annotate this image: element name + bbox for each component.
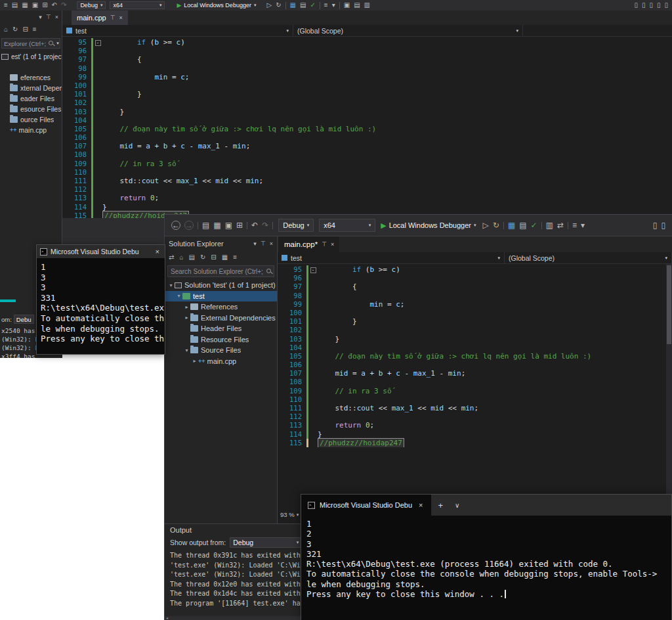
sync-with-active-document-icon[interactable]: ↻ bbox=[200, 254, 205, 261]
tool-window-icon[interactable]: ▤ bbox=[519, 221, 526, 229]
code-editor[interactable]: 95- if (b >= c)9697 {9899 min = c;100101… bbox=[62, 37, 672, 218]
back-icon[interactable]: ← bbox=[171, 221, 180, 230]
save-icon[interactable]: ▣ bbox=[32, 2, 38, 9]
fold-collapse-icon[interactable]: - bbox=[95, 40, 101, 46]
tree-item-eader-files[interactable]: eader Files bbox=[0, 93, 62, 104]
back-forward-icon[interactable]: ⇄ bbox=[169, 254, 174, 261]
zoom-control[interactable]: 93 % ▾ bbox=[280, 511, 299, 518]
collapse-all-icon[interactable]: ⊟ bbox=[22, 26, 28, 33]
window-layout-icon[interactable]: ▥ bbox=[364, 2, 370, 9]
start-debugging-button[interactable]: ▶ Local Windows Debugger ▾ bbox=[177, 2, 256, 9]
tree-item-test[interactable]: ▾test bbox=[165, 291, 277, 302]
expander-icon[interactable]: ▾ bbox=[167, 282, 175, 288]
build-icon[interactable]: ▦ bbox=[290, 2, 296, 9]
scope-dropdown[interactable]: (Global Scope) ▾ bbox=[293, 25, 523, 36]
tree-item-esource-files[interactable]: esource Files bbox=[0, 104, 62, 114]
pin-icon[interactable]: ⊤ bbox=[110, 14, 116, 21]
chevron-down-icon[interactable]: ▾ bbox=[581, 221, 585, 229]
save-all-icon[interactable]: ⊞ bbox=[42, 2, 47, 9]
tree-item-main-cpp[interactable]: ▸++main.cpp bbox=[165, 356, 277, 367]
collapse-all-icon[interactable]: ⊟ bbox=[211, 254, 216, 261]
bookmark-icon[interactable]: ▯ bbox=[634, 2, 638, 9]
save-icon[interactable]: ▣ bbox=[225, 221, 232, 229]
tree-item-external-dependencies[interactable]: ▸External Dependencies bbox=[165, 313, 277, 324]
bookmark-icon[interactable]: ▯ bbox=[649, 2, 653, 9]
show-all-files-icon[interactable]: ▦ bbox=[222, 254, 228, 261]
redo-icon[interactable]: ↷ bbox=[262, 221, 268, 229]
expander-icon[interactable]: ▾ bbox=[175, 293, 182, 299]
vertical-scrollbar[interactable] bbox=[666, 264, 672, 523]
redo-icon[interactable]: ↷ bbox=[61, 2, 66, 9]
output-source-dropdown[interactable]: Debug ▾ bbox=[230, 537, 302, 548]
window-menu-icon[interactable]: ▾ bbox=[253, 240, 257, 247]
hot-reload-icon[interactable]: ↻ bbox=[276, 2, 281, 9]
solution-platforms-dropdown[interactable]: x64 ▾ bbox=[110, 1, 165, 9]
tree-item-ource-files[interactable]: ource Files bbox=[0, 114, 62, 125]
start-without-debugging-icon[interactable]: ▷ bbox=[266, 2, 272, 9]
tree-item-header-files[interactable]: Header Files bbox=[165, 323, 277, 334]
search-input[interactable]: Search Solution Explorer (Ctrl+; ▾ bbox=[167, 265, 274, 277]
tree-item-main-cpp[interactable]: ++main.cpp bbox=[0, 125, 62, 135]
tab-main-cpp-modified[interactable]: main.cpp* ⊤ × bbox=[279, 236, 339, 252]
project-types-dropdown[interactable]: test ▾ bbox=[62, 25, 293, 36]
open-file-icon[interactable]: ▦ bbox=[22, 2, 28, 9]
solution-configurations-dropdown[interactable]: Debug ▾ bbox=[77, 1, 106, 9]
find-icon[interactable]: ▥ bbox=[546, 221, 553, 229]
list-icon[interactable]: ≡ bbox=[324, 2, 328, 9]
new-file-icon[interactable]: ▤ bbox=[202, 221, 209, 229]
properties-icon[interactable]: ≡ bbox=[33, 26, 37, 33]
start-debugging-button[interactable]: ▶ Local Windows Debugger ▾ bbox=[381, 221, 476, 230]
close-icon[interactable]: × bbox=[154, 248, 161, 255]
console-title-bar[interactable]: Microsoft Visual Studio Debu × bbox=[37, 245, 165, 258]
console-tab[interactable]: Microsoft Visual Studio Debu × bbox=[301, 495, 431, 516]
window-layout-icon[interactable]: ▣ bbox=[344, 2, 350, 9]
debug-console-window-small[interactable]: Microsoft Visual Studio Debu × 133331R:\… bbox=[36, 244, 165, 355]
build-icon[interactable]: ▦ bbox=[508, 221, 515, 229]
expander-icon[interactable]: ▸ bbox=[191, 358, 198, 364]
bookmark-icon[interactable]: ▯ bbox=[642, 2, 646, 9]
scroll-left-icon[interactable]: ◂ bbox=[165, 616, 168, 620]
save-all-icon[interactable]: ⊞ bbox=[236, 221, 243, 229]
menu-icon[interactable]: ≡ bbox=[4, 2, 8, 9]
home-icon[interactable]: ⌂ bbox=[4, 26, 8, 33]
open-file-icon[interactable]: ▦ bbox=[213, 221, 220, 229]
undo-icon[interactable]: ↶ bbox=[251, 221, 258, 229]
expander-icon[interactable]: ▸ bbox=[183, 304, 190, 310]
tree-item-eferences[interactable]: eferences bbox=[0, 72, 62, 83]
chevron-down-icon[interactable]: ∨ bbox=[450, 495, 465, 516]
bookmark-icon[interactable]: ▯ bbox=[664, 2, 668, 9]
close-icon[interactable]: × bbox=[55, 14, 58, 20]
forward-icon[interactable]: → bbox=[184, 221, 194, 230]
close-icon[interactable]: × bbox=[331, 241, 334, 248]
chevron-down-icon[interactable]: ▾ bbox=[332, 2, 335, 9]
switch-views-icon[interactable]: ▤ bbox=[188, 254, 194, 261]
tree-item-source-files[interactable]: ▾Source Files bbox=[165, 345, 277, 356]
scope-dropdown[interactable]: (Global Scope) ▾ bbox=[505, 252, 672, 263]
bookmark-icon[interactable]: ▯ bbox=[653, 221, 658, 229]
new-file-icon[interactable]: ▤ bbox=[12, 2, 18, 9]
home-icon[interactable]: ⌂ bbox=[179, 254, 183, 261]
debug-console-window-main[interactable]: Microsoft Visual Studio Debu × + ∨ 12332… bbox=[301, 494, 672, 620]
solution-platforms-dropdown[interactable]: x64 ▾ bbox=[319, 219, 375, 232]
close-icon[interactable]: × bbox=[417, 501, 425, 509]
window-menu-icon[interactable]: ▾ bbox=[39, 14, 42, 20]
new-tab-button[interactable]: + bbox=[431, 495, 450, 516]
properties-icon[interactable]: ≡ bbox=[233, 254, 237, 261]
list-icon[interactable]: ≡ bbox=[572, 221, 577, 229]
test-check-icon[interactable]: ✓ bbox=[310, 2, 315, 9]
console-output[interactable]: 123321R:\test\x64\Debug\test.exe (proces… bbox=[301, 516, 671, 602]
close-icon[interactable]: × bbox=[270, 240, 273, 247]
switch-icon[interactable]: ⇄ bbox=[557, 221, 564, 229]
tree-item-solution-test-1-of-1-project[interactable]: ▾Solution 'test' (1 of 1 project) bbox=[165, 280, 277, 291]
window-layout-icon[interactable]: ▤ bbox=[354, 2, 360, 9]
output-source-dropdown[interactable]: Debu bbox=[14, 315, 34, 324]
bookmark-icon[interactable]: ▯ bbox=[657, 2, 661, 9]
close-icon[interactable]: × bbox=[119, 14, 122, 21]
expander-icon[interactable]: ▸ bbox=[183, 315, 190, 321]
pin-icon[interactable]: ⊤ bbox=[322, 241, 327, 248]
fold-collapse-icon[interactable]: - bbox=[310, 267, 316, 273]
tab-main-cpp[interactable]: main.cpp ⊤ × bbox=[72, 11, 128, 25]
pin-icon[interactable]: ⊤ bbox=[46, 14, 51, 20]
test-check-icon[interactable]: ✓ bbox=[530, 221, 537, 229]
solution-configurations-dropdown[interactable]: Debug ▾ bbox=[278, 219, 314, 232]
